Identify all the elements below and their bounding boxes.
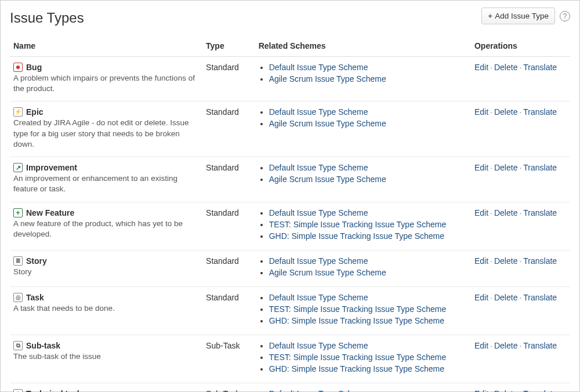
issue-type-kind: Sub-Task (202, 335, 255, 383)
issue-type-table: Name Type Related Schemes Operations Bug… (10, 37, 570, 392)
scheme-link[interactable]: Default Issue Type Scheme (269, 208, 368, 217)
translate-link[interactable]: Translate (523, 208, 557, 217)
edit-link[interactable]: Edit (474, 341, 488, 350)
scheme-link[interactable]: Agile Scrum Issue Type Scheme (269, 74, 386, 84)
issue-type-description: A task that needs to be done. (13, 303, 199, 314)
delete-link[interactable]: Delete (494, 256, 517, 266)
subtask-icon (13, 341, 23, 350)
delete-link[interactable]: Delete (494, 208, 517, 217)
edit-link[interactable]: Edit (474, 63, 488, 72)
delete-link[interactable]: Delete (494, 389, 517, 392)
add-issue-type-button[interactable]: + Add Issue Type (481, 8, 555, 24)
translate-link[interactable]: Translate (523, 163, 557, 172)
edit-link[interactable]: Edit (474, 107, 488, 117)
scheme-link[interactable]: Default Issue Type Scheme (269, 63, 368, 72)
operations-cell: Edit·Delete·Translate (471, 57, 570, 101)
edit-link[interactable]: Edit (474, 208, 488, 217)
separator-dot: · (517, 208, 523, 217)
issue-type-name: New Feature (26, 208, 74, 217)
separator-dot: · (517, 63, 523, 72)
operations-cell: Edit·Delete·Translate (471, 202, 570, 250)
scheme-link[interactable]: Default Issue Type Scheme (269, 107, 368, 117)
help-icon[interactable]: ? (560, 11, 570, 21)
scheme-link[interactable]: Default Issue Type Scheme (269, 256, 368, 266)
delete-link[interactable]: Delete (494, 293, 517, 302)
scheme-item: Default Issue Type Scheme (269, 163, 467, 172)
scheme-item: GHD: Simple Issue Tracking Issue Type Sc… (269, 316, 467, 325)
epic-icon (13, 107, 23, 117)
issue-type-name: Task (26, 293, 44, 302)
issue-type-description: A new feature of the product, which has … (13, 219, 199, 239)
separator-dot: · (517, 389, 523, 392)
scheme-link[interactable]: Agile Scrum Issue Type Scheme (269, 268, 386, 277)
delete-link[interactable]: Delete (494, 107, 517, 117)
scheme-list: Default Issue Type SchemeAgile Scrum Iss… (259, 389, 467, 392)
scheme-item: TEST: Simple Issue Tracking Issue Type S… (269, 304, 467, 314)
scheme-link[interactable]: TEST: Simple Issue Tracking Issue Type S… (269, 304, 447, 314)
issue-type-kind: Standard (202, 286, 255, 335)
edit-link[interactable]: Edit (474, 163, 488, 172)
scheme-link[interactable]: TEST: Simple Issue Tracking Issue Type S… (269, 353, 447, 362)
scheme-link[interactable]: Default Issue Type Scheme (269, 389, 368, 392)
delete-link[interactable]: Delete (494, 163, 517, 172)
scheme-link[interactable]: Default Issue Type Scheme (269, 341, 368, 350)
issue-type-description: An improvement or enhancement to an exis… (13, 173, 199, 194)
separator-dot: · (517, 256, 523, 266)
issue-type-kind: Standard (202, 202, 255, 250)
task-icon (13, 293, 23, 302)
table-row: ImprovementAn improvement or enhancement… (10, 157, 570, 202)
page-title: Issue Types (10, 10, 84, 26)
scheme-item: Agile Scrum Issue Type Scheme (269, 74, 467, 84)
scheme-link[interactable]: GHD: Simple Issue Tracking Issue Type Sc… (269, 231, 444, 241)
separator-dot: · (517, 293, 523, 302)
scheme-link[interactable]: Agile Scrum Issue Type Scheme (269, 175, 386, 184)
add-issue-type-label: Add Issue Type (495, 12, 549, 20)
scheme-link[interactable]: Default Issue Type Scheme (269, 293, 368, 302)
tech-icon (13, 389, 23, 392)
scheme-item: Default Issue Type Scheme (269, 107, 467, 117)
table-row: TaskA task that needs to be done.Standar… (10, 286, 570, 335)
scheme-link[interactable]: TEST: Simple Issue Tracking Issue Type S… (269, 220, 447, 229)
translate-link[interactable]: Translate (523, 293, 557, 302)
translate-link[interactable]: Translate (523, 389, 557, 392)
scheme-link[interactable]: GHD: Simple Issue Tracking Issue Type Sc… (269, 316, 444, 325)
separator-dot: · (488, 341, 494, 350)
scheme-list: Default Issue Type SchemeTEST: Simple Is… (259, 293, 467, 325)
translate-link[interactable]: Translate (523, 256, 557, 266)
edit-link[interactable]: Edit (474, 389, 488, 392)
issue-type-description: Story (13, 267, 199, 277)
issue-type-kind: Sub-Task (202, 383, 255, 392)
scheme-item: Agile Scrum Issue Type Scheme (269, 175, 467, 184)
separator-dot: · (488, 293, 494, 302)
scheme-item: Default Issue Type Scheme (269, 293, 467, 302)
edit-link[interactable]: Edit (474, 293, 488, 302)
scheme-link[interactable]: Agile Scrum Issue Type Scheme (269, 119, 386, 128)
scheme-link[interactable]: GHD: Simple Issue Tracking Issue Type Sc… (269, 364, 444, 373)
operations-cell: Edit·Delete·Translate (471, 286, 570, 335)
table-row: Sub-taskThe sub-task of the issueSub-Tas… (10, 335, 570, 383)
issue-type-kind: Standard (202, 101, 255, 157)
translate-link[interactable]: Translate (523, 341, 557, 350)
operations-cell: Edit·Delete·Translate (471, 250, 570, 286)
scheme-item: Default Issue Type Scheme (269, 63, 467, 72)
scheme-item: Default Issue Type Scheme (269, 341, 467, 350)
col-header-name: Name (10, 37, 202, 57)
edit-link[interactable]: Edit (474, 256, 488, 266)
separator-dot: · (488, 389, 494, 392)
issue-type-description: The sub-task of the issue (13, 351, 199, 362)
scheme-link[interactable]: Default Issue Type Scheme (269, 163, 368, 172)
scheme-item: Agile Scrum Issue Type Scheme (269, 119, 467, 128)
separator-dot: · (488, 256, 494, 266)
plus-icon: + (488, 12, 492, 20)
translate-link[interactable]: Translate (523, 107, 557, 117)
delete-link[interactable]: Delete (494, 63, 517, 72)
scheme-item: GHD: Simple Issue Tracking Issue Type Sc… (269, 231, 467, 241)
translate-link[interactable]: Translate (523, 63, 557, 72)
bug-icon (13, 63, 23, 72)
col-header-schemes: Related Schemes (255, 37, 471, 57)
table-row: New FeatureA new feature of the product,… (10, 202, 570, 250)
issue-type-name: Bug (26, 63, 42, 72)
delete-link[interactable]: Delete (494, 341, 517, 350)
operations-cell: Edit·Delete·Translate (471, 335, 570, 383)
separator-dot: · (488, 208, 494, 217)
